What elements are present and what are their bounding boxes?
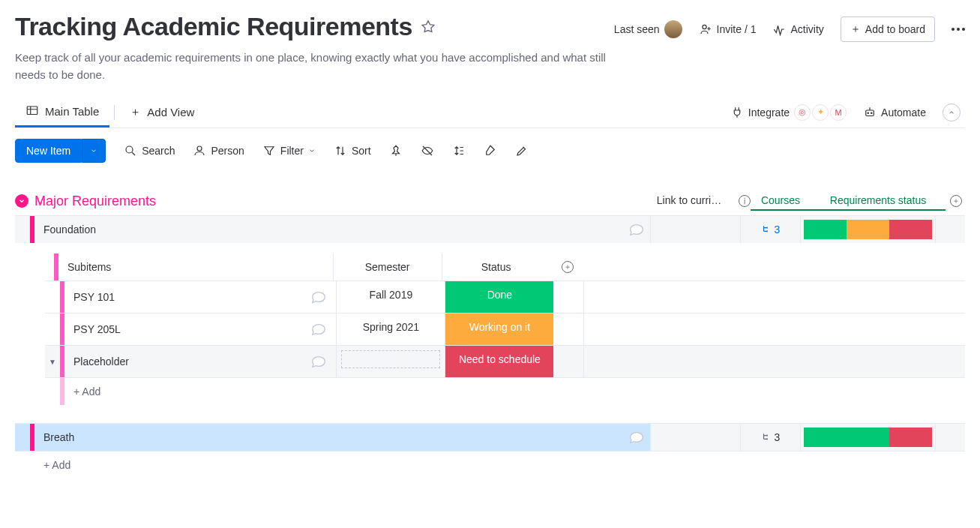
robot-icon <box>863 106 877 119</box>
item-name[interactable]: Foundation <box>34 216 623 243</box>
chat-button[interactable] <box>623 216 650 243</box>
cell-link[interactable] <box>650 424 740 451</box>
courses-count: 3 <box>775 224 781 236</box>
page-title[interactable]: Tracking Academic Requirements <box>15 12 412 41</box>
column-courses[interactable]: Courses <box>751 191 811 211</box>
eye-off-icon <box>421 144 434 158</box>
table-icon <box>25 104 39 118</box>
add-subitem-row[interactable]: + Add <box>45 377 965 405</box>
svg-point-5 <box>126 146 133 153</box>
add-item-row[interactable]: + Add <box>15 451 965 478</box>
status-segment-done <box>804 220 847 239</box>
new-item-main[interactable]: New Item <box>15 139 82 163</box>
height-button[interactable] <box>452 144 466 158</box>
cell-courses[interactable]: 3 <box>740 216 800 243</box>
new-item-button[interactable]: New Item <box>15 139 106 163</box>
item-name[interactable]: Breath <box>34 424 623 451</box>
person-label: Person <box>211 145 244 157</box>
last-seen[interactable]: Last seen <box>614 20 682 38</box>
automate-button[interactable]: Automate <box>863 106 926 119</box>
integrate-button[interactable]: Integrate ◎ ✦ M <box>730 104 847 121</box>
add-column-button[interactable]: ＋ <box>950 195 962 207</box>
subitem-semester[interactable] <box>336 346 445 377</box>
pin-icon <box>389 144 403 158</box>
new-item-dropdown[interactable] <box>82 139 106 163</box>
edit-button[interactable] <box>515 144 529 158</box>
add-item-label[interactable]: + Add <box>34 452 965 478</box>
person-filter-button[interactable]: Person <box>193 144 244 158</box>
add-to-board-button[interactable]: ＋ Add to board <box>841 16 935 42</box>
subitem-name[interactable]: PSY 205L <box>73 323 310 335</box>
invite-button[interactable]: Invite / 1 <box>699 22 757 36</box>
cell-status-summary[interactable] <box>800 216 935 243</box>
hide-button[interactable] <box>421 144 434 158</box>
cell-status-summary[interactable] <box>800 424 935 451</box>
table-row[interactable]: Breath 3 <box>15 423 965 451</box>
chat-button[interactable] <box>623 424 650 451</box>
subitem-row[interactable]: PSY 205L Spring 2021 Working on it <box>45 313 965 345</box>
invite-icon <box>699 22 712 36</box>
sort-button[interactable]: Sort <box>334 144 371 158</box>
status-segment-work <box>847 220 889 239</box>
search-icon <box>124 144 137 158</box>
integration-icon-1[interactable]: ◎ <box>794 104 811 121</box>
more-menu[interactable] <box>952 28 965 31</box>
page-description[interactable]: Keep track of all your academic requirem… <box>15 50 637 83</box>
chat-icon <box>628 221 645 238</box>
filter-icon <box>262 144 276 158</box>
table-row[interactable]: Foundation 3 <box>15 215 965 243</box>
cell-courses[interactable]: 3 <box>740 424 800 451</box>
person-icon <box>193 144 206 158</box>
pin-button[interactable] <box>389 144 403 158</box>
sub-column-status[interactable]: Status <box>442 254 550 280</box>
height-icon <box>452 144 466 158</box>
expand-subitem[interactable]: ▼ <box>45 346 60 377</box>
invite-label: Invite / 1 <box>717 23 757 35</box>
chevron-down-icon <box>18 197 25 205</box>
svg-point-6 <box>197 146 202 151</box>
filter-button[interactable]: Filter <box>262 144 316 158</box>
subitem-semester[interactable]: Spring 2021 <box>336 314 445 345</box>
add-view-button[interactable]: ＋ Add View <box>119 98 205 127</box>
sub-column-semester[interactable]: Semester <box>333 254 442 280</box>
tab-separator <box>114 105 115 120</box>
chat-icon[interactable] <box>310 353 327 370</box>
activity-label: Activity <box>790 23 823 35</box>
subitem-status[interactable]: Need to schedule <box>445 346 553 377</box>
subitems-icon <box>761 432 772 442</box>
search-button[interactable]: Search <box>124 144 175 158</box>
color-button[interactable] <box>484 144 497 158</box>
subitem-name[interactable]: Placeholder <box>73 356 310 368</box>
column-link[interactable]: Link to curri… <box>644 191 734 211</box>
subitem-semester[interactable]: Fall 2019 <box>336 281 445 313</box>
add-sub-column-button[interactable]: ＋ <box>562 261 574 273</box>
star-icon[interactable] <box>420 19 436 35</box>
column-status[interactable]: Requirements status <box>811 191 946 211</box>
subitem-status[interactable]: Working on it <box>445 314 553 345</box>
svg-point-4 <box>871 112 873 114</box>
svg-rect-2 <box>866 110 874 116</box>
sub-column-name[interactable]: Subitems <box>58 254 333 280</box>
tab-main-table[interactable]: Main Table <box>15 97 109 128</box>
subitem-row[interactable]: PSY 101 Fall 2019 Done <box>45 280 965 313</box>
add-subitem-label[interactable]: + Add <box>64 378 337 405</box>
chevron-up-icon <box>948 109 955 116</box>
integration-icon-2[interactable]: ✦ <box>812 104 829 121</box>
chat-icon[interactable] <box>310 321 327 338</box>
chat-icon[interactable] <box>310 289 327 305</box>
group-title[interactable]: Major Requirements <box>34 194 156 209</box>
cell-extra <box>935 424 965 451</box>
subitems-icon <box>761 224 772 235</box>
activity-button[interactable]: Activity <box>772 22 823 36</box>
group-collapse-toggle[interactable] <box>15 194 28 208</box>
last-seen-label: Last seen <box>614 23 660 35</box>
cell-link[interactable] <box>650 216 740 243</box>
integration-icon-3[interactable]: M <box>830 104 847 121</box>
chevron-down-icon <box>308 147 316 154</box>
subitem-name[interactable]: PSY 101 <box>73 291 310 303</box>
subitem-row[interactable]: ▼ Placeholder Need to schedule <box>45 345 965 377</box>
pencil-icon <box>515 144 529 158</box>
collapse-header-button[interactable] <box>943 104 961 122</box>
info-icon[interactable]: i <box>739 195 751 207</box>
subitem-status[interactable]: Done <box>445 281 553 313</box>
